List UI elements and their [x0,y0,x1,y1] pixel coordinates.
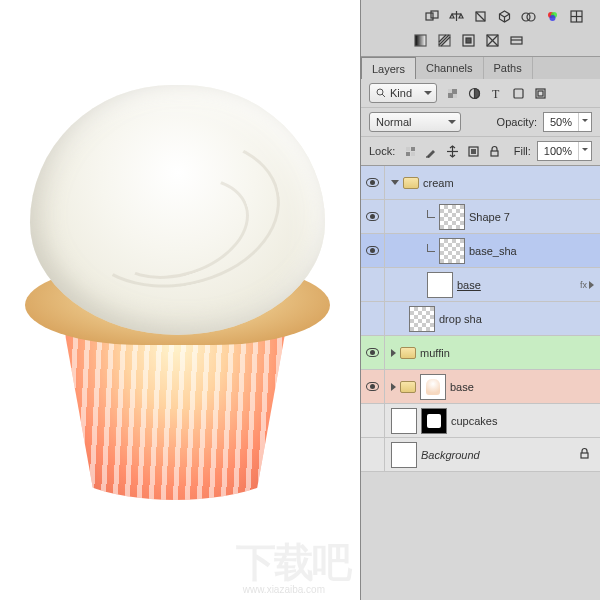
shape-icon[interactable] [509,84,527,102]
gradient-stripe-icon[interactable] [435,31,453,49]
eye-icon [366,178,379,187]
cube-icon[interactable] [495,7,513,25]
layer-thumbnail[interactable] [439,238,465,264]
cross-box-icon[interactable] [483,31,501,49]
svg-text:T: T [492,87,500,101]
blend-mode-select[interactable]: Normal [369,112,461,132]
layer-row-base[interactable]: base [361,370,600,404]
layer-thumbnail[interactable] [420,374,446,400]
svg-rect-19 [466,38,471,43]
scales-icon[interactable] [447,7,465,25]
svg-point-6 [527,13,535,21]
clip-indicator-icon [427,244,435,252]
type-icon[interactable]: T [487,84,505,102]
layer-name[interactable]: Shape 7 [469,211,510,223]
layer-row-cream[interactable]: cream [361,166,600,200]
lock-fill-row: Lock: Fill: 100% [361,136,600,165]
lock-position-icon[interactable] [443,142,461,160]
layer-row-base_sha[interactable]: base_sha [361,234,600,268]
folder-icon [403,177,419,189]
tab-paths[interactable]: Paths [484,57,533,79]
svg-rect-32 [514,89,523,98]
svg-rect-1 [431,11,438,18]
rgb-icon[interactable] [543,7,561,25]
folder-icon [400,347,416,359]
visibility-toggle[interactable] [361,200,385,233]
panel-tabs: Layers Channels Paths [361,57,600,79]
layer-mask-thumbnail[interactable] [421,408,447,434]
svg-rect-13 [415,35,426,46]
visibility-toggle[interactable] [361,370,385,403]
fill-input[interactable]: 100% [537,141,592,161]
svg-rect-38 [411,147,415,151]
lock-artboard-icon[interactable] [464,142,482,160]
layer-filter-row: Kind T [361,79,600,107]
smart-icon[interactable] [531,84,549,102]
layer-thumbnail[interactable] [409,306,435,332]
svg-rect-45 [581,453,588,458]
layer-thumbnail[interactable] [391,408,417,434]
layer-list[interactable]: creamShape 7base_shabasefx drop shamuffi… [361,165,600,600]
adjust-icon[interactable] [465,84,483,102]
lock-pixels-icon[interactable] [401,142,419,160]
layer-thumbnail[interactable] [427,272,453,298]
layer-thumbnail[interactable] [391,442,417,468]
swap-icon[interactable] [423,7,441,25]
pixel-icon[interactable] [443,84,461,102]
svg-rect-37 [406,152,410,156]
visibility-toggle[interactable] [361,166,385,199]
layer-name[interactable]: base_sha [469,245,517,257]
lock-icon [577,446,592,463]
visibility-toggle[interactable] [361,336,385,369]
opacity-label: Opacity: [497,116,537,128]
layer-row-cupcakes[interactable]: cupcakes [361,404,600,438]
layer-row-base[interactable]: basefx [361,268,600,302]
disclosure-arrow-icon[interactable] [391,180,399,185]
layer-row-drop-sha[interactable]: drop sha [361,302,600,336]
folder-icon [400,381,416,393]
opacity-input[interactable]: 50% [543,112,592,132]
lock-paint-icon[interactable] [422,142,440,160]
visibility-toggle[interactable] [361,268,385,301]
disclosure-arrow-icon[interactable] [391,383,396,391]
visibility-toggle[interactable] [361,302,385,335]
watermark-url: www.xiazaiba.com [243,584,325,595]
grid-icon[interactable] [567,7,585,25]
fx-badge[interactable]: fx [580,280,594,290]
layer-name[interactable]: drop sha [439,313,482,325]
layer-row-Shape-7[interactable]: Shape 7 [361,200,600,234]
lock-label: Lock: [369,145,395,157]
layer-row-Background[interactable]: Background [361,438,600,472]
overlap-icon[interactable] [519,7,537,25]
visibility-toggle[interactable] [361,438,385,471]
right-panel: Layers Channels Paths Kind T Normal Opac… [360,0,600,600]
svg-rect-28 [448,89,452,93]
gradient-solid-icon[interactable] [411,31,429,49]
svg-point-9 [549,15,555,21]
layer-thumbnail[interactable] [439,204,465,230]
pattern-box-icon[interactable] [459,31,477,49]
layer-name[interactable]: base [450,381,474,393]
layer-name[interactable]: cupcakes [451,415,497,427]
tab-layers[interactable]: Layers [361,57,416,79]
layer-name[interactable]: base [457,279,481,291]
visibility-toggle[interactable] [361,404,385,437]
disclosure-arrow-icon[interactable] [391,349,396,357]
eye-icon [366,246,379,255]
brightness-icon[interactable] [471,7,489,25]
svg-rect-35 [406,147,410,151]
layer-name[interactable]: cream [423,177,454,189]
visibility-toggle[interactable] [361,234,385,267]
layer-name[interactable]: muffin [420,347,450,359]
canvas-area[interactable]: 下载吧 www.xiazaiba.com [0,0,360,600]
layer-name[interactable]: Background [421,449,480,461]
svg-rect-36 [411,152,415,156]
tab-channels[interactable]: Channels [416,57,483,79]
lock-all-icon[interactable] [485,142,503,160]
cupcake-illustration [5,70,345,540]
svg-line-26 [382,94,385,97]
card-icon[interactable] [507,31,525,49]
layer-row-muffin[interactable]: muffin [361,336,600,370]
filter-kind-select[interactable]: Kind [369,83,437,103]
svg-rect-0 [426,13,433,20]
